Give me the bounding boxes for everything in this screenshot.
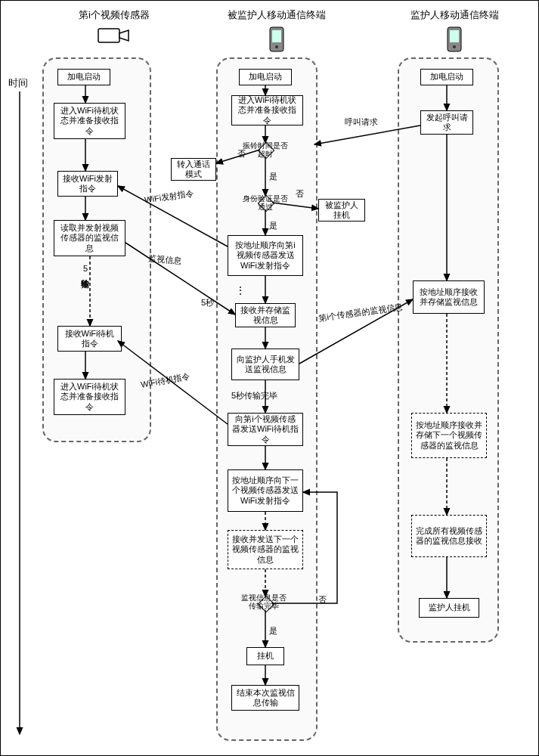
b-ring-no: 否 xyxy=(237,148,246,160)
b-send-guardian: 向监护人手机发送监视信息 xyxy=(231,349,299,380)
lbl-callreq: 呼叫请求 xyxy=(345,116,378,128)
b-callmode: 转入通话模式 xyxy=(171,158,216,181)
b-id-yes: 是 xyxy=(269,220,277,231)
svg-rect-0 xyxy=(98,29,119,42)
b-done-yes: 是 xyxy=(269,625,277,637)
b-wifi-standby: 进入WiFi待机状态并准备接收指令 xyxy=(231,95,303,125)
phone-icon xyxy=(444,26,465,53)
lbl-wifi-emit: WiFi发射指令 xyxy=(144,187,194,206)
svg-point-3 xyxy=(275,45,278,48)
b-end: 结束本次监视信息传输 xyxy=(231,685,299,711)
b-id-label: 身份验证是否通过 xyxy=(243,194,288,211)
c-recv-next: 按地址顺序接收并存储下一个视频传感器的监视信息 xyxy=(411,413,487,458)
time-axis-label: 时间 xyxy=(8,76,28,90)
b-ring-yes: 是 xyxy=(269,171,277,182)
camera-icon xyxy=(97,26,132,45)
b-recv-store: 接收并存储监视信息 xyxy=(235,303,296,327)
flow-diagram: 第i个视频传感器 被监护人移动通信终端 监护人移动通信终端 时间 加电启动 进入… xyxy=(0,0,539,756)
lbl-monitor: 监视信息 xyxy=(147,253,181,268)
a-standby2: 进入WiFi待机状态并准备接收指令 xyxy=(54,379,125,415)
b-done-no: 否 xyxy=(318,594,327,606)
b-hangup: 挂机 xyxy=(246,647,284,665)
c-hangup: 监护人挂机 xyxy=(419,598,479,618)
b-ward-hangup: 被监护人挂机 xyxy=(318,199,365,222)
b-recv-next: 接收并发送下一个视频传感器的监视信息 xyxy=(228,530,303,569)
b-ring-label: 振铃时间是否超时 xyxy=(243,141,288,158)
ellipsis-icon: ⋮ xyxy=(235,284,247,296)
a-start: 加电启动 xyxy=(57,69,110,85)
header-guardian: 监护人移动通信终端 xyxy=(386,8,522,55)
a-read-emit: 读取并发射视频传感器的监视信息 xyxy=(54,220,125,256)
svg-point-6 xyxy=(453,45,456,48)
header-sensor-text: 第i个视频传感器 xyxy=(79,9,150,20)
svg-rect-5 xyxy=(450,30,459,42)
a-standby1: 进入WiFi待机状态并准备接收指令 xyxy=(54,103,125,139)
b-send-emit: 按地址顺序向第i视频传感器发送WiFi发射指令 xyxy=(228,235,303,276)
b-next-emit: 按地址顺序向下一个视频传感器发送WiFi发射指令 xyxy=(228,469,303,512)
phone-icon xyxy=(266,26,287,53)
header-guardian-text: 监护人移动通信终端 xyxy=(410,9,499,20)
b-done-label: 监视信息是否传输完毕 xyxy=(241,593,287,610)
c-all-done: 完成所有视频传感器的监视信息接收 xyxy=(411,515,487,557)
b-id-no: 否 xyxy=(296,188,304,200)
header-ward: 被监护人移动通信终端 xyxy=(209,8,345,55)
lbl-sensor-i: 第i个传感器的监视信息 xyxy=(318,301,404,324)
a-recv-standby: 接收WiFi待机指令 xyxy=(57,326,122,352)
header-sensor: 第i个视频传感器 xyxy=(46,8,182,48)
header-ward-text: 被监护人移动通信终端 xyxy=(228,9,326,20)
b-5s-note: 5秒传输完毕 xyxy=(231,390,277,401)
a-5s-label: 5秒传输完毕 xyxy=(79,264,91,273)
svg-rect-2 xyxy=(272,30,281,42)
b-start: 加电启动 xyxy=(239,69,292,85)
c-recv-store: 按地址顺序接收并存储监视信息 xyxy=(413,280,485,314)
c-start: 加电启动 xyxy=(420,69,473,85)
b-5s: 5秒 xyxy=(201,297,214,308)
b-send-standby: 向第i个视频传感器发送WiFi待机指令 xyxy=(228,413,303,446)
a-recv-emit: 接收WiFi发射指令 xyxy=(57,171,118,197)
c-call: 发起呼叫请求 xyxy=(420,110,473,135)
